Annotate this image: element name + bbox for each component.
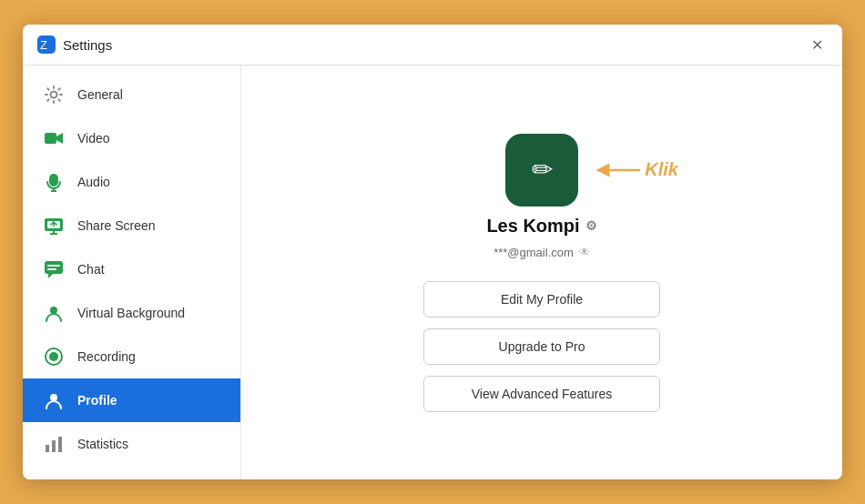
eye-hide-icon: 👁 <box>579 246 590 258</box>
svg-point-16 <box>50 307 57 314</box>
share-screen-icon <box>41 213 66 238</box>
sidebar-item-share-screen[interactable]: Share Screen <box>23 204 240 247</box>
sidebar-item-keyboard-shortcuts[interactable]: Keyboard Shortcuts <box>23 466 240 479</box>
content-area: General Video <box>23 66 842 479</box>
arrow-annotation: Klik <box>594 157 678 183</box>
avatar[interactable]: ✏ <box>505 134 578 207</box>
keyboard-shortcuts-icon <box>41 475 66 479</box>
close-button[interactable]: ✕ <box>806 34 828 55</box>
profile-email-text: ***@gmail.com <box>494 246 574 259</box>
sidebar-item-audio[interactable]: Audio <box>23 160 240 204</box>
svg-rect-3 <box>45 133 56 144</box>
sidebar-item-chat[interactable]: Chat <box>23 247 240 291</box>
profile-icon <box>41 388 66 413</box>
sidebar-item-audio-label: Audio <box>77 175 110 189</box>
sidebar-item-profile[interactable]: Profile <box>23 378 240 422</box>
statistics-icon <box>41 431 66 457</box>
sidebar-item-statistics[interactable]: Statistics <box>23 422 240 466</box>
virtual-background-icon <box>41 300 66 326</box>
audio-icon <box>41 169 66 195</box>
avatar-wrapper: ✏ Klik <box>505 134 578 207</box>
sidebar-item-video-label: Video <box>77 131 110 146</box>
sidebar-item-profile-label: Profile <box>77 393 117 408</box>
svg-marker-13 <box>48 274 53 278</box>
gear-icon <box>41 82 66 107</box>
sidebar-item-recording[interactable]: Recording <box>23 335 240 378</box>
upgrade-button[interactable]: Upgrade to Pro <box>423 328 660 365</box>
window-title: Settings <box>63 37 806 53</box>
profile-buttons: Edit My Profile Upgrade to Pro View Adva… <box>423 281 660 412</box>
edit-profile-button[interactable]: Edit My Profile <box>423 281 660 318</box>
sidebar-item-virtual-background[interactable]: Virtual Background <box>23 291 240 335</box>
recording-icon <box>41 344 66 369</box>
sidebar-item-recording-label: Recording <box>77 349 136 364</box>
svg-point-18 <box>49 352 58 361</box>
sidebar-item-chat-label: Chat <box>77 262 105 277</box>
video-icon <box>41 126 66 151</box>
sidebar-item-general-label: General <box>77 87 123 102</box>
sidebar-item-video[interactable]: Video <box>23 116 240 160</box>
profile-name: Les Kompi ⚙ <box>486 216 596 237</box>
arrow-icon <box>594 157 641 183</box>
svg-point-19 <box>50 394 57 401</box>
profile-email: ***@gmail.com 👁 <box>494 246 590 259</box>
sidebar-item-statistics-label: Statistics <box>77 437 128 451</box>
sidebar: General Video <box>23 66 241 479</box>
annotation-label: Klik <box>645 159 678 180</box>
svg-rect-22 <box>58 437 62 452</box>
title-bar: Z Settings ✕ <box>23 25 842 66</box>
app-icon: Z <box>37 35 56 54</box>
svg-rect-20 <box>46 445 49 452</box>
sidebar-item-general[interactable]: General <box>23 73 240 116</box>
pencil-icon: ✏ <box>532 155 553 185</box>
svg-point-2 <box>51 92 57 98</box>
svg-marker-4 <box>56 133 63 144</box>
profile-panel: ✏ Klik <box>241 66 842 479</box>
settings-icon: ⚙ <box>585 218 597 233</box>
svg-text:Z: Z <box>40 38 47 52</box>
sidebar-item-share-screen-label: Share Screen <box>77 218 156 233</box>
svg-rect-21 <box>52 440 56 452</box>
profile-section: ✏ Klik <box>486 134 596 259</box>
profile-name-text: Les Kompi <box>486 216 579 237</box>
sidebar-item-virtual-background-label: Virtual Background <box>77 306 185 320</box>
svg-rect-12 <box>45 261 63 274</box>
advanced-features-button[interactable]: View Advanced Features <box>423 376 660 412</box>
chat-icon <box>41 257 66 282</box>
settings-window: Z Settings ✕ General <box>23 25 842 479</box>
